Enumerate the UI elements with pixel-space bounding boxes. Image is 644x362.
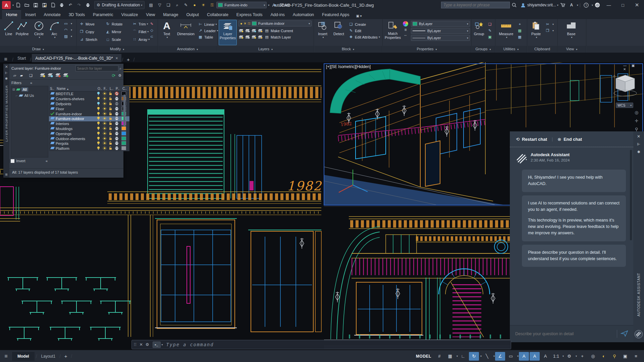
invert-checkbox[interactable] — [11, 159, 14, 163]
quick-calculator-tool[interactable]: ▦ — [517, 34, 524, 40]
ribbon-tab-view[interactable]: View — [142, 11, 159, 19]
lineweight-icon[interactable]: ≡ — [404, 27, 407, 32]
app-menu-button[interactable]: A — [2, 1, 11, 9]
scale-tool[interactable]: □Scale — [105, 36, 132, 43]
color-wheel-icon[interactable] — [403, 21, 408, 26]
ribbon-tab-visualize[interactable]: Visualize — [117, 11, 142, 19]
cart-icon[interactable] — [559, 1, 567, 9]
linetype-icon[interactable]: ┄ — [404, 33, 407, 38]
save-as-button[interactable] — [40, 1, 48, 9]
autodesk-apps-icon[interactable]: A — [568, 1, 576, 9]
help-caret-icon[interactable]: ▾ — [592, 4, 593, 7]
restart-chat-button[interactable]: ⟲ Restart chat — [516, 137, 547, 142]
status-annotation-monitor[interactable]: A — [540, 352, 550, 361]
view-cube[interactable]: ⌂ — [612, 72, 639, 100]
ribbon-tab-3d-tools[interactable]: 3D Tools — [65, 11, 89, 19]
tab-model[interactable]: Model — [12, 352, 35, 361]
filters-collapse-icon[interactable]: « — [30, 81, 32, 85]
close-button[interactable]: ✕ — [630, 0, 644, 10]
ribbon-tab-output[interactable]: Output — [182, 11, 203, 19]
panel-label-annotation[interactable]: Annotation ▾ — [158, 46, 217, 53]
object-color-dropdown[interactable]: ByLayer▾ — [411, 21, 470, 27]
column-header[interactable]: C.. — [121, 87, 129, 90]
mirror-tool[interactable]: ◭Mirror — [105, 28, 132, 35]
layer-properties-button[interactable]: Layer Properties — [219, 20, 237, 45]
status-annotation-scale-caret[interactable]: ▾ — [562, 355, 564, 358]
display-tool-icon[interactable]: ❏ — [164, 1, 172, 9]
layer-row[interactable]: Openings — [49, 131, 129, 136]
measure-tool[interactable]: Measure▾ — [497, 20, 515, 39]
insert-block-tool[interactable]: Insert▾ — [315, 20, 330, 39]
polyline-tool[interactable]: Polyline — [15, 20, 30, 36]
invert-collapse-icon[interactable]: « — [46, 159, 48, 163]
titlebar-layer-dropdown[interactable]: Furniture-indo▾ — [216, 2, 267, 8]
text-tool[interactable]: A Text▾ — [159, 20, 174, 39]
status-polar-tracking-caret[interactable]: ▾ — [480, 355, 482, 358]
panel-label-block[interactable]: Block ▾ — [314, 46, 382, 53]
tree-all[interactable]: All — [21, 87, 28, 92]
status-object-snap-tracking[interactable]: ╲ — [482, 352, 492, 361]
ribbon-tab-insert[interactable]: Insert — [21, 11, 40, 19]
delete-layer-icon[interactable] — [55, 73, 61, 78]
leader-tool[interactable]: ↗Leader▾ — [198, 27, 218, 34]
move-tool[interactable]: ✛Move — [79, 21, 105, 27]
column-header[interactable]: S.. — [49, 87, 56, 90]
line-tool[interactable]: Line — [1, 20, 16, 36]
user-menu-caret-icon[interactable]: ▾ — [557, 4, 558, 7]
status-clean-screen[interactable]: ▣ — [620, 352, 630, 361]
copy-clip-tool[interactable]: ❐▾ — [545, 27, 554, 34]
layer-row[interactable]: Floor — [49, 106, 129, 111]
layer-grid-header[interactable]: S..Name ▲O..F..L..P..C.. — [49, 86, 129, 92]
select-window-tool[interactable]: ▩ — [517, 27, 524, 34]
zoom-extents-icon[interactable]: ⚲ — [635, 127, 638, 132]
explode-tool[interactable]: ◇ — [149, 27, 156, 34]
panel-label-groups[interactable]: Groups ▾ — [472, 46, 495, 53]
apps-caret-icon[interactable]: ▾ — [577, 4, 578, 7]
status-customization[interactable]: ≡ — [631, 352, 641, 361]
status-performance-alert[interactable]: ⚲ — [609, 352, 620, 361]
status-workspace-switching[interactable]: ⚙ — [564, 352, 574, 361]
detect-block-tool[interactable]: Detect — [331, 20, 346, 36]
command-customize-icon[interactable]: ⚙ — [146, 342, 149, 347]
ribbon-tab-add-ins[interactable]: Add-ins — [266, 11, 288, 19]
plot-button[interactable] — [58, 1, 66, 9]
search-input[interactable] — [441, 2, 510, 8]
status-annotation-visibility[interactable]: A — [519, 352, 529, 361]
group-tool[interactable]: Group — [472, 20, 486, 36]
stretch-tool[interactable]: ⊿Stretch — [79, 36, 105, 43]
palette-pin-icon[interactable]: ⊩ — [5, 71, 8, 75]
make-current-button[interactable]: Make Current — [271, 29, 293, 33]
search-icon[interactable] — [510, 1, 518, 9]
panel-label-layers[interactable]: Layers ▾ — [218, 46, 314, 53]
status-annotation-autoscale[interactable]: A — [530, 352, 540, 361]
layer-state-manager-icon[interactable]: ❏ — [28, 72, 34, 78]
hatch-tool[interactable]: ▨▾ — [63, 33, 72, 40]
doc-search-icon[interactable]: ⌕ — [173, 1, 181, 9]
ribbon-layer-dropdown[interactable]: ●☀ ⚿ Furniture-indoor▾ — [238, 20, 312, 26]
new-tab-button[interactable]: + — [124, 57, 132, 62]
tree-all-used[interactable]: All Us — [24, 94, 34, 98]
user-avatar-icon[interactable] — [519, 1, 527, 9]
assistant-pin-icon[interactable]: ⊩ — [637, 142, 640, 146]
erase-tool[interactable]: ✎ — [149, 21, 156, 27]
linear-dimension-tool[interactable]: ⊢Linear▾ — [198, 21, 218, 27]
navigation-bar[interactable]: ◎ ✛ ⚲ — [635, 110, 638, 132]
status-dynamic-input-caret[interactable]: ▾ — [517, 355, 519, 358]
rectangle-tool[interactable]: ▭▾ — [63, 20, 72, 27]
ribbon-tab-parametric[interactable]: Parametric — [89, 11, 117, 19]
panel-label-draw[interactable]: Draw ▾ — [0, 46, 76, 53]
layer-bulb-icon[interactable]: ● — [191, 1, 199, 9]
markup-tool-icon[interactable]: ✎ — [182, 1, 190, 9]
open-web-mobile-button[interactable] — [49, 1, 57, 9]
sheet-set-icon[interactable]: ▤ — [147, 1, 155, 9]
dimension-tool[interactable]: Dimension — [175, 20, 196, 36]
ellipse-tool[interactable]: ◠▾ — [63, 27, 72, 33]
status-object-snap-tracking-caret[interactable]: ▾ — [493, 355, 495, 358]
layer-row[interactable]: Counters-shelves — [49, 97, 129, 102]
status-dynamic-input[interactable]: ▭ — [506, 352, 516, 361]
set-current-layer-icon[interactable] — [63, 73, 68, 78]
ribbon-tab-manage[interactable]: Manage — [159, 11, 182, 19]
ribbon-tab-automation[interactable]: Automation — [289, 11, 318, 19]
status-isometric-drafting[interactable]: ∠ — [495, 352, 505, 361]
status-polar-tracking[interactable]: ↻ — [469, 352, 479, 361]
